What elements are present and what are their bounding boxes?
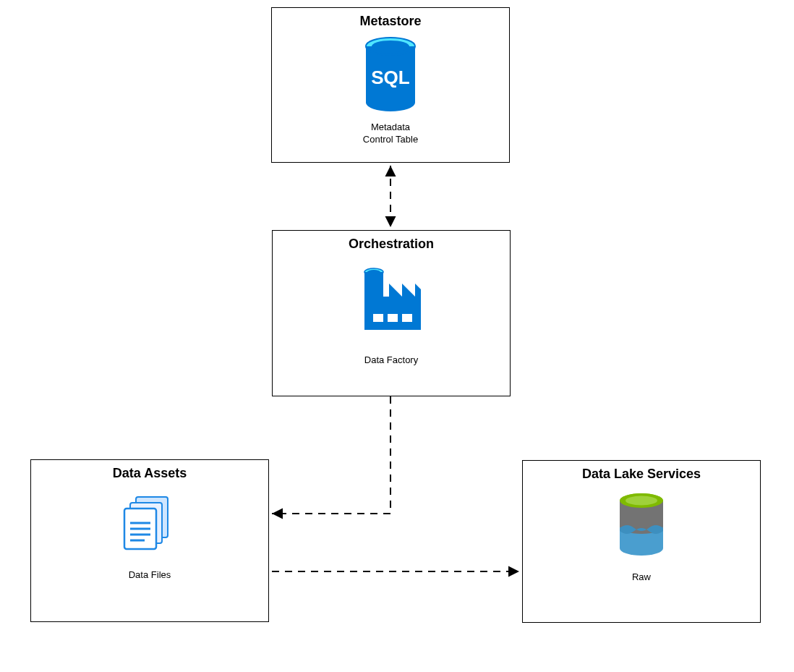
svg-point-24 <box>626 496 657 506</box>
title-metastore: Metastore <box>272 14 509 29</box>
svg-rect-8 <box>364 297 421 330</box>
svg-point-7 <box>367 270 380 274</box>
svg-rect-14 <box>402 314 412 322</box>
svg-marker-11 <box>415 284 421 297</box>
box-metastore: Metastore SQL Metadata Control Table <box>271 7 510 163</box>
box-data-assets: Data Assets Data Files <box>30 459 269 622</box>
title-data-assets: Data Assets <box>31 466 268 481</box>
title-orchestration: Orchestration <box>273 237 510 252</box>
caption-data-assets: Data Files <box>31 569 268 582</box>
caption-line: Control Table <box>363 134 418 145</box>
sql-database-icon: SQL <box>272 36 509 116</box>
data-factory-icon <box>273 259 510 339</box>
svg-marker-10 <box>402 284 415 297</box>
connector-orchestration-data-assets <box>272 396 390 514</box>
caption-line: Metadata <box>371 122 410 132</box>
data-lake-icon <box>523 492 760 561</box>
svg-text:SQL: SQL <box>371 67 410 88</box>
title-data-lake: Data Lake Services <box>523 467 760 482</box>
svg-point-2 <box>372 41 409 52</box>
box-data-lake: Data Lake Services Raw <box>522 460 761 623</box>
caption-data-lake: Raw <box>523 571 760 584</box>
caption-metastore: Metadata Control Table <box>272 122 509 146</box>
svg-marker-9 <box>389 284 402 297</box>
svg-rect-12 <box>373 314 383 322</box>
caption-orchestration: Data Factory <box>273 354 510 367</box>
box-orchestration: Orchestration Data Factory <box>272 230 511 396</box>
svg-rect-13 <box>388 314 398 322</box>
data-files-icon <box>31 493 268 558</box>
